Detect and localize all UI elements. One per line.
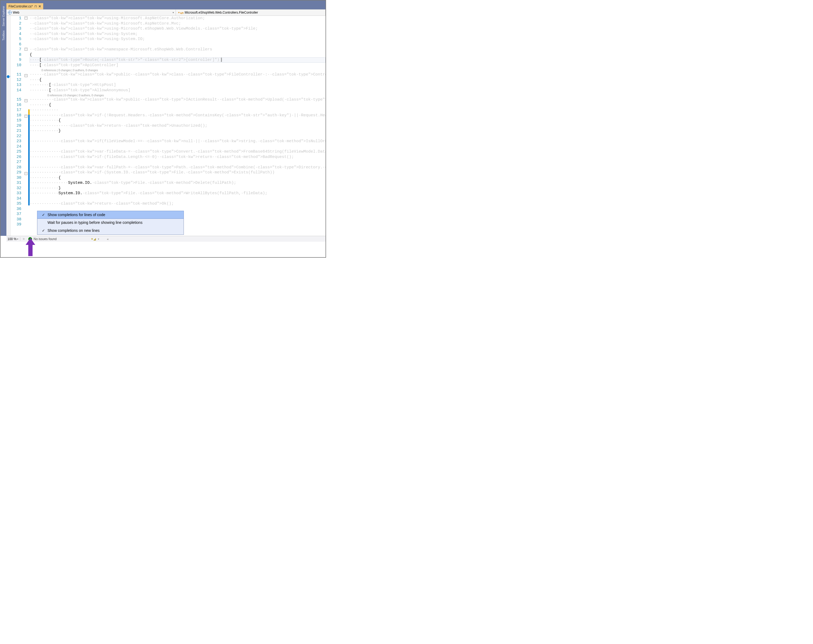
code-line[interactable]: ··class="tok-kw">class="tok-kw">using·Sy… — [30, 31, 325, 37]
nav-type-label: Microsoft.eShopWeb.Web.Controllers.FileC… — [185, 11, 258, 14]
zoom-label: 100 % — [8, 237, 17, 241]
code-line[interactable]: ········{ — [30, 103, 325, 108]
code-line[interactable] — [30, 42, 325, 47]
intellicode-options-popup: ✓ Show completions for lines of code Wai… — [37, 211, 184, 235]
code-line[interactable] — [30, 196, 325, 201]
navigation-bar: Web ▾ ⚬ᔕ Microsoft.eShopWeb.Web.Controll… — [6, 9, 325, 16]
chevron-down-icon: ▾ — [17, 238, 18, 240]
window: Server Explorer Toolbox FileController.c… — [0, 0, 326, 258]
codelens-info[interactable]: 0 references | 0 changes | 0 authors, 0 … — [30, 93, 325, 97]
active-document-tab[interactable]: FileController.cs* ⊓ ✕ — [6, 3, 43, 9]
code-line[interactable]: ··········class="tok-kw">class="tok-kw">… — [30, 97, 325, 103]
code-line[interactable]: ·················class="tok-kw">return··… — [30, 123, 325, 129]
check-icon: ✓ — [40, 228, 48, 233]
code-line[interactable]: ··class="tok-kw">class="tok-kw">using·Sy… — [30, 37, 325, 42]
pin-icon[interactable]: ⊓ — [34, 5, 37, 8]
zoom-level-dropdown[interactable]: 100 % ▾ — [8, 237, 20, 241]
popup-item-show-completions[interactable]: ✓ Show completions for lines of code — [37, 211, 184, 219]
popup-item-label: Show completions on new lines — [48, 228, 100, 233]
fold-toggle[interactable]: − — [25, 48, 28, 51]
code-line[interactable]: ·············class="tok-kw">if·(!Request… — [30, 113, 325, 118]
code-line[interactable]: ············{ — [30, 175, 325, 181]
code-line[interactable]: ··class="tok-kw">class="tok-kw">namespac… — [30, 47, 325, 52]
code-line[interactable] — [30, 133, 325, 139]
code-line[interactable]: ····[·class="tok-type">Route(·class="tok… — [30, 57, 325, 63]
code-text[interactable]: ··class="tok-kw">class="tok-kw">using·Mi… — [30, 16, 325, 236]
nav-scope-dropdown[interactable]: Web ▾ — [6, 9, 176, 15]
popup-item-label: Show completions for lines of code — [48, 213, 105, 217]
fold-toggle[interactable]: − — [25, 17, 28, 20]
code-line[interactable] — [30, 159, 325, 165]
nav-type-dropdown[interactable]: ⚬ᔕ Microsoft.eShopWeb.Web.Controllers.Fi… — [176, 9, 325, 15]
code-line[interactable]: ········[·class="tok-type">AllowAnonymou… — [30, 88, 325, 93]
fold-toggle[interactable]: − — [25, 99, 28, 102]
code-line[interactable]: ······class="tok-kw">class="tok-kw">publ… — [30, 72, 325, 77]
chevron-down-icon: ▾ — [98, 238, 99, 240]
main-row: Server Explorer Toolbox FileController.c… — [0, 3, 325, 236]
issues-label: No issues found — [34, 237, 57, 241]
code-line[interactable]: ············System.IO.·class="tok-type">… — [30, 191, 325, 196]
indicator-margin: ⬤↑ — [6, 16, 11, 236]
code-line[interactable]: ················System.IO.·class="tok-ty… — [30, 180, 325, 186]
line-number-gutter: 1234567891011121314151617181920212223242… — [11, 16, 25, 236]
popup-item-wait-pauses[interactable]: Wait for pauses in typing before showing… — [37, 218, 184, 227]
code-line[interactable]: ·············class="tok-kw">var·fileData… — [30, 149, 325, 155]
code-line[interactable]: ············} — [30, 186, 325, 191]
nav-scope-label: Web — [13, 11, 19, 14]
code-line[interactable]: ········[·class="tok-type">HttpPost] — [30, 83, 325, 88]
codelens-info[interactable]: 0 references | 0 changes | 0 authors, 0 … — [30, 68, 325, 72]
code-line[interactable]: ············{ — [30, 118, 325, 123]
health-indicator-icon[interactable]: ✦◢ — [91, 237, 96, 241]
document-tab-well: FileController.cs* ⊓ ✕ — [6, 3, 325, 9]
fold-toggle[interactable]: − — [25, 115, 28, 118]
ok-badge-icon: ✓ — [28, 237, 32, 241]
editor-status-bar: 100 % ▾ ✧ ✓ No issues found ✦◢ ▾ ◂ — [6, 236, 325, 242]
fold-toggle[interactable]: − — [25, 74, 28, 77]
reference-glyph-icon[interactable]: ⬤↑ — [7, 74, 11, 80]
code-line[interactable]: ·············class="tok-kw">if·(System.I… — [30, 170, 325, 175]
server-explorer-tab[interactable]: Server Explorer — [2, 4, 6, 28]
popup-item-new-lines[interactable]: ✓ Show completions on new lines — [37, 227, 184, 235]
code-line[interactable]: ··class="tok-kw">class="tok-kw">using·Mi… — [30, 26, 325, 31]
class-icon: ⚬ᔕ — [178, 11, 184, 15]
code-line[interactable]: ····{ — [30, 77, 325, 83]
document-tab-filename: FileController.cs* — [9, 5, 33, 8]
close-icon[interactable]: ✕ — [38, 5, 41, 8]
code-editor[interactable]: ⬤↑ 1234567891011121314151617181920212223… — [6, 16, 325, 236]
globe-icon — [8, 11, 12, 14]
code-line[interactable]: ·············class="tok-kw">if(fileViewM… — [30, 139, 325, 144]
code-line[interactable]: ····[·class="tok-type">ApiController] — [30, 63, 325, 68]
side-tool-tabs: Server Explorer Toolbox — [0, 3, 6, 236]
editor-pane: FileController.cs* ⊓ ✕ Web ▾ ⚬ᔕ Microsof… — [6, 3, 325, 236]
code-line[interactable]: { — [30, 52, 325, 58]
intellicode-icon[interactable]: ✧ — [22, 237, 25, 241]
fold-toggle[interactable]: − — [25, 172, 28, 175]
outlining-margin: −−−−−− — [25, 16, 28, 236]
code-line[interactable]: ············ — [30, 107, 325, 113]
code-line[interactable]: ·············class="tok-kw">var·fullPath… — [30, 165, 325, 170]
chevron-down-icon: ▾ — [173, 11, 174, 14]
check-icon: ✓ — [40, 213, 48, 217]
code-line[interactable]: ·············class="tok-kw">if·(fileData… — [30, 155, 325, 160]
popup-item-label: Wait for pauses in typing before showing… — [48, 220, 143, 225]
code-line[interactable]: ·············class="tok-kw">return··clas… — [30, 201, 325, 207]
code-line[interactable]: ··class="tok-kw">class="tok-kw">using·Mi… — [30, 16, 325, 21]
scroll-left-icon[interactable]: ◂ — [107, 237, 108, 241]
titlebar — [0, 0, 325, 3]
error-list-summary[interactable]: ✓ No issues found — [28, 237, 57, 241]
code-line[interactable]: ··class="tok-kw">class="tok-kw">using·Mi… — [30, 21, 325, 26]
code-line[interactable] — [30, 144, 325, 149]
code-line[interactable]: ············} — [30, 128, 325, 133]
toolbox-tab[interactable]: Toolbox — [2, 28, 6, 43]
